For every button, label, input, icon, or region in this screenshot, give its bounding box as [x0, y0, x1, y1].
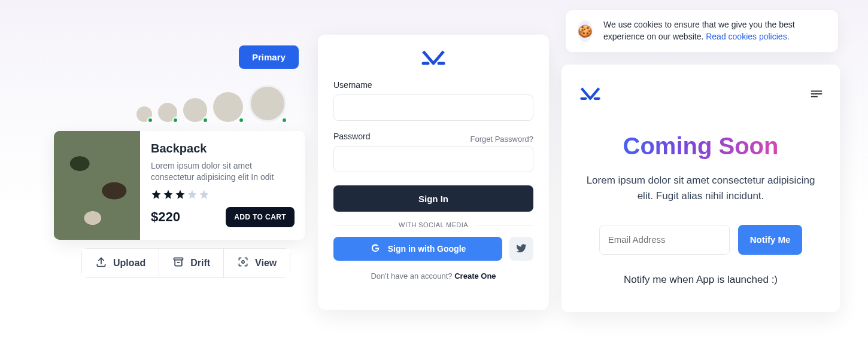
avatar[interactable] [213, 92, 243, 122]
password-input[interactable] [333, 146, 533, 172]
cookie-icon: 🍪 [578, 20, 593, 42]
action-button-group: Upload Drift View [81, 248, 290, 278]
coming-soon-description: Lorem ipsum dolor sit amet consectetur a… [578, 173, 823, 205]
product-image [54, 131, 140, 240]
star-icon [175, 189, 186, 200]
google-label: Sign in with Google [388, 244, 466, 254]
create-account-link[interactable]: Create One [454, 271, 496, 280]
archive-icon [172, 256, 184, 270]
avatar-group [136, 85, 286, 122]
drift-label: Drift [190, 258, 210, 268]
forgot-password-link[interactable]: Forget Password? [471, 135, 534, 144]
upload-icon [95, 256, 107, 270]
social-divider: WITH SOCIAL MEDIA [333, 221, 533, 228]
upload-button[interactable]: Upload [82, 249, 159, 277]
star-icon [151, 189, 162, 200]
view-button[interactable]: View [223, 249, 290, 277]
coming-soon-footer: Notify me when App is launched :) [578, 274, 823, 286]
presence-indicator [238, 117, 244, 123]
cookie-policy-link[interactable]: Read cookies policies [706, 32, 787, 41]
notify-button[interactable]: Notify Me [738, 225, 803, 255]
svg-point-1 [242, 261, 244, 263]
divider-label: WITH SOCIAL MEDIA [399, 221, 468, 228]
add-to-cart-button[interactable]: ADD TO CART [226, 207, 295, 227]
email-input[interactable] [599, 225, 730, 255]
avatar[interactable] [183, 98, 207, 122]
menu-icon [810, 91, 823, 100]
avatar[interactable] [158, 103, 177, 122]
coming-soon-title: Coming Soon [578, 133, 823, 160]
create-account-row: Don't have an account? Create One [333, 271, 533, 280]
twitter-icon [515, 242, 527, 256]
upload-label: Upload [113, 258, 145, 268]
star-icon [187, 189, 198, 200]
login-panel: Username Password Forget Password? Sign … [318, 35, 549, 310]
coming-soon-panel: Coming Soon Lorem ipsum dolor sit amet c… [562, 65, 840, 312]
presence-indicator [281, 117, 287, 123]
menu-button[interactable] [810, 90, 823, 100]
product-card: Backpack Lorem ipsum dolor sit amet cons… [54, 131, 305, 240]
presence-indicator [147, 117, 153, 123]
twitter-sign-in-button[interactable] [509, 237, 533, 261]
star-icon [199, 189, 210, 200]
rating-stars [151, 189, 295, 200]
star-icon [163, 189, 174, 200]
presence-indicator [202, 117, 208, 123]
google-sign-in-button[interactable]: Sign in with Google [333, 237, 502, 261]
focus-icon [237, 256, 249, 270]
avatar[interactable] [249, 85, 286, 122]
avatar[interactable] [136, 106, 152, 122]
cookie-text: We use cookies to ensure that we give yo… [603, 19, 826, 42]
sign-in-button[interactable]: Sign In [333, 185, 533, 212]
google-icon [370, 243, 381, 255]
brand-logo-icon [420, 50, 447, 67]
username-input[interactable] [333, 94, 533, 121]
drift-button[interactable]: Drift [159, 249, 223, 277]
product-description: Lorem ipsum dolor sit amet consectetur a… [151, 160, 295, 183]
username-label: Username [333, 80, 533, 90]
view-label: View [255, 258, 277, 268]
svg-rect-0 [174, 258, 183, 260]
cookie-notice: 🍪 We use cookies to ensure that we give … [566, 10, 838, 52]
product-title: Backpack [151, 142, 295, 155]
presence-indicator [172, 117, 178, 123]
password-label: Password [333, 132, 370, 141]
primary-button[interactable]: Primary [239, 45, 299, 69]
brand-logo-icon [578, 87, 602, 102]
no-account-text: Don't have an account? [371, 271, 454, 280]
product-price: $220 [151, 209, 180, 225]
